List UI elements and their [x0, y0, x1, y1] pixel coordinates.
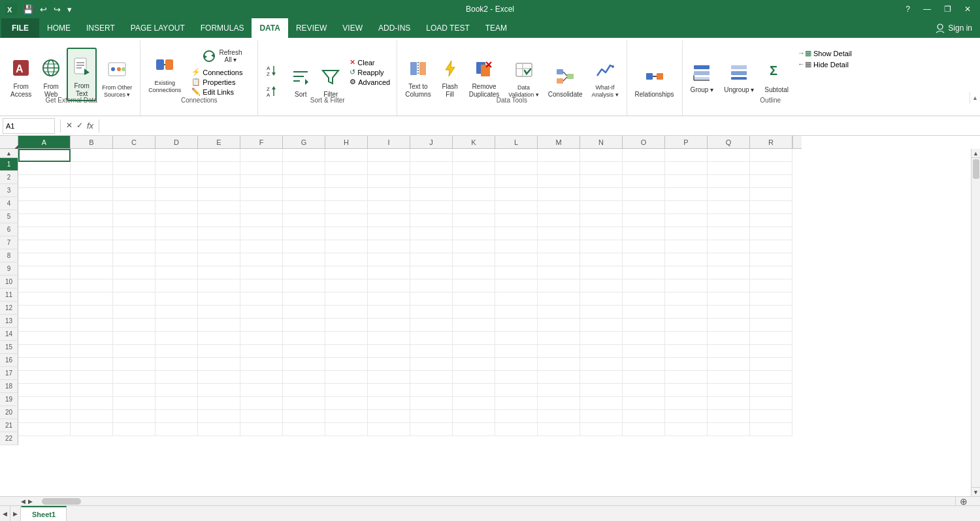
cell-E10[interactable]	[198, 266, 240, 279]
cell-H12[interactable]	[325, 292, 368, 306]
cell-P5[interactable]	[665, 201, 708, 214]
cell-A11[interactable]	[18, 279, 71, 292]
cell-A17[interactable]	[18, 358, 71, 371]
cell-A4[interactable]	[18, 188, 71, 201]
h-scroll-track[interactable]	[35, 497, 955, 505]
cell-B13[interactable]	[71, 306, 113, 319]
cell-H21[interactable]	[325, 410, 368, 423]
cell-F9[interactable]	[240, 253, 283, 266]
cell-A8[interactable]	[18, 240, 71, 253]
sheet-scroll-next-btn[interactable]: ▶	[10, 506, 21, 521]
cell-N19[interactable]	[580, 384, 623, 397]
sheet-scroll-left-btn[interactable]: ◀	[20, 498, 27, 505]
tab-file[interactable]: FILE	[1, 18, 39, 38]
cell-A14[interactable]	[18, 319, 71, 332]
cell-F6[interactable]	[240, 214, 283, 227]
row-header-2[interactable]: 2	[0, 171, 18, 184]
filter-button[interactable]: Filter	[317, 48, 344, 101]
cell-N15[interactable]	[580, 332, 623, 345]
cell-I9[interactable]	[368, 253, 410, 266]
cell-L11[interactable]	[495, 279, 538, 292]
sheet-scroll-prev-btn[interactable]: ◀	[0, 506, 10, 521]
cell-C6[interactable]	[113, 214, 155, 227]
cell-M16[interactable]	[538, 345, 580, 358]
cell-D2[interactable]	[155, 162, 198, 175]
cell-A10[interactable]	[18, 266, 71, 279]
new-sheet-btn[interactable]: ⊕	[955, 497, 971, 505]
cell-G22[interactable]	[283, 423, 325, 436]
properties-btn[interactable]: 📋 Properties	[189, 77, 245, 87]
cell-Q16[interactable]	[708, 345, 750, 358]
row-header-19[interactable]: 19	[0, 393, 18, 406]
cell-F1[interactable]	[240, 149, 283, 162]
tab-home[interactable]: HOME	[39, 18, 78, 38]
tab-insert[interactable]: INSERT	[78, 18, 123, 38]
cell-C11[interactable]	[113, 279, 155, 292]
cell-Q10[interactable]	[708, 266, 750, 279]
col-header-B[interactable]: B	[71, 136, 113, 149]
tab-page-layout[interactable]: PAGE LAYOUT	[123, 18, 193, 38]
cell-B19[interactable]	[71, 384, 113, 397]
cell-D17[interactable]	[155, 358, 198, 371]
cell-O9[interactable]	[623, 253, 665, 266]
from-other-sources-button[interactable]: From OtherSources ▾	[98, 48, 136, 101]
cell-K14[interactable]	[453, 319, 495, 332]
cell-A12[interactable]	[18, 292, 71, 306]
cell-L22[interactable]	[495, 423, 538, 436]
scroll-up-btn[interactable]: ▲	[972, 149, 980, 158]
cell-P11[interactable]	[665, 279, 708, 292]
cell-A6[interactable]	[18, 214, 71, 227]
cell-E3[interactable]	[198, 175, 240, 188]
cell-K10[interactable]	[453, 266, 495, 279]
cell-C22[interactable]	[113, 423, 155, 436]
cell-B2[interactable]	[71, 162, 113, 175]
cell-E12[interactable]	[198, 292, 240, 306]
cell-R7[interactable]	[750, 227, 792, 240]
cell-I21[interactable]	[368, 410, 410, 423]
cell-Q14[interactable]	[708, 319, 750, 332]
cell-O12[interactable]	[623, 292, 665, 306]
cell-Q1[interactable]	[708, 149, 750, 162]
cell-B21[interactable]	[71, 410, 113, 423]
cell-F19[interactable]	[240, 384, 283, 397]
cell-H13[interactable]	[325, 306, 368, 319]
cell-D19[interactable]	[155, 384, 198, 397]
cell-Q7[interactable]	[708, 227, 750, 240]
cell-P2[interactable]	[665, 162, 708, 175]
cell-H1[interactable]	[325, 149, 368, 162]
cell-O22[interactable]	[623, 423, 665, 436]
hide-detail-btn[interactable]: ←▦ Hide Detail	[795, 59, 855, 69]
cell-O5[interactable]	[623, 201, 665, 214]
cell-E19[interactable]	[198, 384, 240, 397]
tab-team[interactable]: TEAM	[478, 18, 515, 38]
cell-J16[interactable]	[410, 345, 453, 358]
cell-O8[interactable]	[623, 240, 665, 253]
cell-K7[interactable]	[453, 227, 495, 240]
cell-M7[interactable]	[538, 227, 580, 240]
cell-I13[interactable]	[368, 306, 410, 319]
cell-G14[interactable]	[283, 319, 325, 332]
cell-K11[interactable]	[453, 279, 495, 292]
cell-M11[interactable]	[538, 279, 580, 292]
cell-D7[interactable]	[155, 227, 198, 240]
row-header-12[interactable]: 12	[0, 302, 18, 315]
cell-J7[interactable]	[410, 227, 453, 240]
cell-M4[interactable]	[538, 188, 580, 201]
cell-I22[interactable]	[368, 423, 410, 436]
data-validation-button[interactable]: DataValidation ▾	[504, 48, 542, 101]
cell-M12[interactable]	[538, 292, 580, 306]
sign-in-btn[interactable]: Sign in	[927, 18, 980, 38]
cell-E11[interactable]	[198, 279, 240, 292]
consolidate-button[interactable]: Consolidate	[544, 48, 587, 101]
cell-C16[interactable]	[113, 345, 155, 358]
existing-connections-button[interactable]: ExistingConnections	[144, 43, 185, 97]
cell-N11[interactable]	[580, 279, 623, 292]
cell-J10[interactable]	[410, 266, 453, 279]
cell-J17[interactable]	[410, 358, 453, 371]
cell-N5[interactable]	[580, 201, 623, 214]
cell-H8[interactable]	[325, 240, 368, 253]
row-header-21[interactable]: 21	[0, 419, 18, 432]
cell-R15[interactable]	[750, 332, 792, 345]
cell-F12[interactable]	[240, 292, 283, 306]
cell-K2[interactable]	[453, 162, 495, 175]
